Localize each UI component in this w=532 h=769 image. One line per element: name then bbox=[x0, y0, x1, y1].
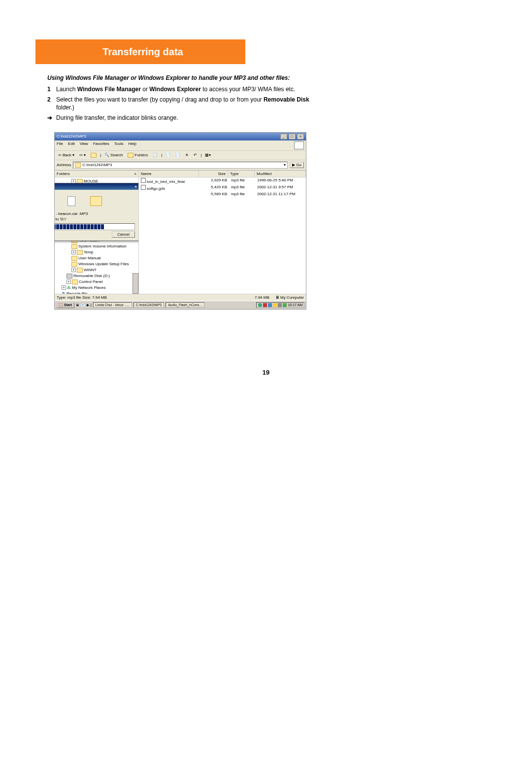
header-accent bbox=[35, 39, 40, 64]
tray-icon[interactable] bbox=[258, 303, 262, 307]
delete-button[interactable]: ✕ bbox=[184, 152, 190, 158]
step-2-text: Select the files you want to transfer (b… bbox=[56, 96, 323, 112]
back-button[interactable]: ⇦ Back ▾ bbox=[57, 152, 76, 158]
menu-edit[interactable]: Edit bbox=[68, 141, 75, 149]
forward-button[interactable]: ⇨ ▾ bbox=[78, 152, 87, 158]
mp3-file-icon bbox=[141, 185, 146, 190]
col-type[interactable]: Type bbox=[228, 171, 255, 177]
note-row: ➔ During file transfer, the indicator bl… bbox=[47, 114, 323, 122]
menu-favorites[interactable]: Favorites bbox=[93, 141, 109, 149]
folders-icon bbox=[128, 153, 133, 158]
quicklaunch-icon[interactable]: ▶ bbox=[87, 303, 89, 307]
taskbar-item[interactable]: Linda Chui - Inbox - ... bbox=[93, 302, 132, 308]
menu-tools[interactable]: Tools bbox=[114, 141, 124, 149]
menu-view[interactable]: View bbox=[80, 141, 88, 149]
window-title: C:\hdd1242\MP3 bbox=[57, 134, 86, 139]
explorer-window: C:\hdd1242\MP3 _ □ × File Edit View Favo… bbox=[54, 132, 306, 310]
start-button[interactable]: 🪟 Start bbox=[56, 302, 74, 308]
tree-header: Folders × bbox=[55, 171, 138, 177]
undo-button[interactable]: ↶ bbox=[192, 152, 199, 158]
copy-animation bbox=[55, 194, 135, 209]
tree-item[interactable]: +Control Panel bbox=[66, 279, 136, 285]
tray-icon[interactable] bbox=[278, 303, 282, 307]
address-label: Address bbox=[57, 163, 71, 167]
copy-to-button[interactable]: 📄 bbox=[174, 152, 182, 158]
page-number: 19 bbox=[0, 369, 532, 376]
addressbar: Address C:\hdd1242\MP3 ▾ ▶ Go bbox=[55, 160, 306, 171]
address-input[interactable]: C:\hdd1242\MP3 ▾ bbox=[73, 162, 288, 169]
tree-item[interactable]: +🖧My Network Places bbox=[62, 285, 136, 291]
history-button[interactable]: 🕓 bbox=[151, 152, 159, 158]
list-header: Name Size Type Modified bbox=[139, 171, 306, 177]
search-button[interactable]: 🔍 Search bbox=[103, 152, 124, 158]
system-tray: 10:17 AM bbox=[256, 302, 304, 308]
step-2-number: 2 bbox=[47, 96, 56, 112]
copying-close-icon[interactable]: × bbox=[134, 184, 137, 189]
up-folder-icon bbox=[91, 153, 97, 158]
tray-icon[interactable] bbox=[263, 303, 267, 307]
address-value: C:\hdd1242\MP3 bbox=[82, 163, 112, 167]
note-text: During file transfer, the indicator blin… bbox=[56, 114, 178, 122]
up-button[interactable] bbox=[89, 152, 98, 158]
tray-icon[interactable] bbox=[283, 303, 287, 307]
file-row[interactable]: lost_in_bed_mix_final 2,929 KB mp3 file … bbox=[139, 177, 306, 184]
copying-titlebar[interactable]: Copying... × bbox=[55, 183, 139, 190]
menubar: File Edit View Favorites Tools Help bbox=[55, 140, 306, 151]
close-button[interactable]: × bbox=[297, 134, 304, 140]
file-row[interactable]: 5,589 KB mp3 file 2002-12-31 11:17 PM bbox=[139, 191, 306, 197]
tray-icon[interactable] bbox=[268, 303, 272, 307]
taskbar-item[interactable]: C:\hdd1242\MP3 bbox=[133, 302, 165, 308]
step-1-text: Launch Windows File Manager or Windows E… bbox=[56, 85, 323, 94]
cancel-button[interactable]: Cancel bbox=[112, 231, 135, 238]
paper-icon bbox=[67, 196, 75, 206]
tray-clock: 10:17 AM bbox=[288, 303, 302, 307]
file-row[interactable]: softgo.gds 5,429 KB mp3 file 2002-12-31 … bbox=[139, 184, 306, 191]
taskbar-item[interactable]: Audio_Flash_hCons... bbox=[166, 302, 204, 308]
menu-help[interactable]: Help bbox=[128, 141, 136, 149]
section-title-block: Transferring data bbox=[40, 39, 245, 64]
window-buttons: _ □ × bbox=[280, 134, 304, 140]
windows-flag-icon: 🪟 bbox=[59, 303, 63, 307]
step-1: 1 Launch Windows File Manager or Windows… bbox=[47, 85, 323, 94]
folders-button[interactable]: Folders bbox=[126, 152, 149, 158]
step-2: 2 Select the files you want to transfer … bbox=[47, 96, 323, 112]
tree-item-removable[interactable]: Removable Disk (D:) bbox=[66, 273, 136, 279]
views-button[interactable]: ▦▾ bbox=[203, 152, 212, 158]
file-list-panel: Name Size Type Modified lost_in_bed_mix_… bbox=[139, 171, 306, 294]
quicklaunch-icon[interactable]: 🖥 bbox=[76, 303, 79, 307]
tray-icon[interactable] bbox=[273, 303, 277, 307]
move-to-button[interactable]: 📄 bbox=[164, 152, 172, 158]
copy-from-to-line: From 'MP3' to 'D:\' bbox=[55, 217, 135, 221]
section-title: Transferring data bbox=[49, 46, 236, 58]
col-name[interactable]: Name bbox=[139, 171, 199, 177]
folder-icon bbox=[90, 196, 102, 206]
tree-item[interactable]: +Temp bbox=[71, 249, 136, 255]
maximize-button[interactable]: □ bbox=[289, 134, 296, 140]
tree-close-icon[interactable]: × bbox=[134, 172, 136, 176]
tree-scrollbar[interactable] bbox=[133, 273, 138, 294]
tree-item[interactable]: Windows Update Setup Files bbox=[71, 261, 136, 267]
intro-text: Using Windows File Manager or Windows Ex… bbox=[47, 74, 323, 82]
copying-dialog: Copying... × RECQ1006 - beacon.car .MP3 … bbox=[55, 183, 139, 241]
status-size: 7.94 MB bbox=[255, 295, 269, 300]
arrow-icon: ➔ bbox=[47, 114, 56, 122]
minimize-button[interactable]: _ bbox=[280, 134, 287, 140]
quicklaunch-icon[interactable]: 📧 bbox=[81, 303, 85, 307]
status-left: Type: mp3 file Size: 7.94 MB bbox=[57, 295, 107, 300]
address-folder-icon bbox=[75, 163, 81, 168]
copy-file-line: RECQ1006 - beacon.car .MP3 bbox=[55, 211, 135, 216]
tree-item[interactable]: System Volume Information bbox=[71, 244, 136, 249]
tree-item[interactable]: User Manual bbox=[71, 255, 136, 261]
step-1-number: 1 bbox=[47, 85, 56, 94]
window-titlebar[interactable]: C:\hdd1242\MP3 _ □ × bbox=[55, 133, 306, 140]
menu-file[interactable]: File bbox=[57, 141, 63, 149]
mp3-file-icon bbox=[141, 178, 146, 183]
taskbar: 🪟 Start 🖥 📧 ▶ | Linda Chui - Inbox - ...… bbox=[55, 301, 306, 309]
folder-tree-panel: Folders × +MOUSE +MSOFFICE Copying... × bbox=[55, 171, 139, 294]
go-button[interactable]: ▶ Go bbox=[290, 162, 304, 168]
tree-item[interactable]: 🗑Recycle Bin bbox=[62, 291, 136, 294]
col-modified[interactable]: Modified bbox=[255, 171, 306, 177]
tree-item[interactable]: +WINNT bbox=[71, 267, 136, 273]
status-location: 🖥 My Computer bbox=[275, 295, 304, 300]
col-size[interactable]: Size bbox=[199, 171, 228, 177]
